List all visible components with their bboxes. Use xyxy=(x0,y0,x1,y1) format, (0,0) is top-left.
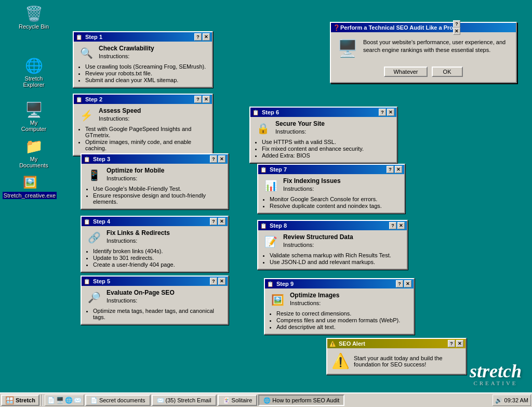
step4-close-btn[interactable]: ✕ xyxy=(218,218,225,225)
step7-titlebar[interactable]: 📋 Step 7 ? ✕ xyxy=(258,165,404,174)
step4-help-btn[interactable]: ? xyxy=(210,218,217,225)
step2-help-btn[interactable]: ? xyxy=(194,96,202,103)
step7-bullets: Monitor Google Search Console for errors… xyxy=(262,196,400,209)
step2-bullet-2: Optimize images, minify code, and enable… xyxy=(85,139,208,151)
step5-help-btn[interactable]: ? xyxy=(210,278,217,285)
step1-bullets: Use crawling tools (Screaming Frog, SEMr… xyxy=(78,63,208,83)
step8-close-btn[interactable]: ✕ xyxy=(397,222,405,229)
step5-title: Step 5 xyxy=(93,278,210,284)
step5-titlebar[interactable]: 📋 Step 5 ? ✕ xyxy=(82,277,228,286)
taskbar-item-stretch-email[interactable]: ✉️ (35) Stretch Email xyxy=(152,395,217,406)
step3-window: 📋 Step 3 ? ✕ 📱 Optimize for Mobile Instr… xyxy=(81,153,229,209)
step2-bullets: Test with Google PageSpeed Insights and … xyxy=(78,126,208,151)
ok-button[interactable]: OK xyxy=(432,67,463,77)
taskbar-quick-launch: 📄 🖥️ 🌐 ✉️ xyxy=(45,395,84,406)
quick-launch-4[interactable]: ✉️ xyxy=(74,397,82,404)
step7-icon: 📊 xyxy=(262,177,279,194)
step3-help-btn[interactable]: ? xyxy=(210,155,217,163)
step8-icon: 📝 xyxy=(262,233,279,250)
step1-close-btn[interactable]: ✕ xyxy=(203,33,210,41)
my-documents-label: My Documents xyxy=(16,155,52,169)
taskbar-item-solitaire[interactable]: 🃏 Solitaire xyxy=(218,395,258,406)
step1-title-icon: 📋 xyxy=(76,33,83,41)
taskbar-item-secret-docs[interactable]: 📄 Secret documents xyxy=(85,395,151,406)
step9-window: 📋 Step 9 ? ✕ 🖼️ Optimize Images Instruct… xyxy=(264,278,415,335)
dialog-help-btn[interactable]: ? xyxy=(453,20,460,28)
stretch-explorer-icon[interactable]: 🌐 Stretch Explorer xyxy=(16,57,52,88)
taskbar-item-seo-audit[interactable]: 🌐 How to perform SEO Audit xyxy=(258,395,344,406)
step7-bullet-2: Resolve duplicate content and noindex ta… xyxy=(270,203,400,209)
step5-bullet-1: Optimize meta tags, header tags, and can… xyxy=(93,308,223,320)
step4-titlebar[interactable]: 📋 Step 4 ? ✕ xyxy=(82,217,228,226)
quick-launch-2[interactable]: 🖥️ xyxy=(56,397,64,404)
seo-alert-title-icon: ⚠️ xyxy=(329,340,337,347)
taskbar: 🪟 Stretch 📄 🖥️ 🌐 ✉️ 📄 Secret documents ✉… xyxy=(0,392,532,407)
step7-title: Step 7 xyxy=(270,166,387,173)
secret-docs-icon: 📄 xyxy=(90,397,98,404)
step2-instructions: Instructions: xyxy=(99,115,141,122)
quick-launch-1[interactable]: 📄 xyxy=(47,397,55,404)
step9-help-btn[interactable]: ? xyxy=(396,280,403,287)
step1-help-btn[interactable]: ? xyxy=(194,33,202,41)
step4-bullet-2: Update to 301 redirects. xyxy=(93,255,223,261)
step4-bullets: Identify broken links (404s). Update to … xyxy=(86,248,223,268)
step5-icon: 🔎 xyxy=(86,289,102,306)
step4-title: Step 4 xyxy=(93,218,210,225)
seo-alert-help-btn[interactable]: ? xyxy=(448,340,455,347)
step9-instructions: Instructions: xyxy=(290,300,339,306)
seo-alert-titlebar[interactable]: ⚠️ SEO Alert ? ✕ xyxy=(327,339,466,348)
step6-help-btn[interactable]: ? xyxy=(379,109,386,116)
creative-sub: CREATIVE xyxy=(470,380,522,386)
seo-audit-icon: 🌐 xyxy=(263,397,271,404)
stretch-creative-icon[interactable]: 🖼️ Stretch_creative.exe xyxy=(11,174,48,199)
my-documents-icon[interactable]: 📁 My Documents xyxy=(16,138,52,169)
step2-close-btn[interactable]: ✕ xyxy=(203,96,210,103)
step3-instructions: Instructions: xyxy=(107,175,164,181)
step8-titlebar[interactable]: 📋 Step 8 ? ✕ xyxy=(258,221,407,230)
step3-titlebar[interactable]: 📋 Step 3 ? ✕ xyxy=(82,154,228,164)
main-dialog-titlebar[interactable]: ❓ Perform a Technical SEO Audit Like a P… xyxy=(331,23,516,32)
step7-close-btn[interactable]: ✕ xyxy=(395,166,402,173)
step9-icon: 🖼️ xyxy=(269,292,286,308)
quick-launch-3[interactable]: 🌐 xyxy=(65,397,73,404)
step1-titlebar[interactable]: 📋 Step 1 ? ✕ xyxy=(74,32,212,42)
step5-title-icon: 📋 xyxy=(84,278,91,285)
step2-titlebar[interactable]: 📋 Step 2 ? ✕ xyxy=(74,95,212,104)
step2-title: Step 2 xyxy=(85,96,194,102)
step7-window: 📋 Step 7 ? ✕ 📊 Fix Indexing Issues Instr… xyxy=(257,164,405,214)
step5-step-title: Evaluate On-Page SEO xyxy=(107,289,175,296)
seo-alert-close-btn[interactable]: ✕ xyxy=(456,340,463,347)
step4-bullet-3: Create a user-friendly 404 page. xyxy=(93,261,223,268)
step3-bullets: Use Google's Mobile-Friendly Test. Ensur… xyxy=(86,186,223,205)
step9-titlebar[interactable]: 📋 Step 9 ? ✕ xyxy=(265,279,414,288)
step1-icon: 🔍 xyxy=(78,45,95,61)
step6-close-btn[interactable]: ✕ xyxy=(387,109,394,116)
step8-help-btn[interactable]: ? xyxy=(389,222,396,229)
recycle-bin-icon[interactable]: 🗑️ Recycle Bin xyxy=(16,5,52,30)
step6-titlebar[interactable]: 📋 Step 6 ? ✕ xyxy=(250,108,396,117)
step6-icon: 🔒 xyxy=(255,120,271,137)
start-button[interactable]: 🪟 Stretch xyxy=(1,395,39,406)
step9-step-title: Optimize Images xyxy=(290,292,339,299)
step8-title: Step 8 xyxy=(270,222,389,229)
step4-window: 📋 Step 4 ? ✕ 🔗 Fix Links & Redirects Ins… xyxy=(81,216,229,272)
step3-close-btn[interactable]: ✕ xyxy=(218,155,225,163)
step1-window: 📋 Step 1 ? ✕ 🔍 Check Crawlability Instru… xyxy=(73,31,213,88)
step6-bullet-3: Added Extra: BIOS xyxy=(262,152,392,159)
step3-bullet-2: Ensure responsive design and touch-frien… xyxy=(93,192,223,205)
step5-close-btn[interactable]: ✕ xyxy=(218,278,225,285)
my-computer-icon[interactable]: 🖥️ My Computer xyxy=(16,101,52,133)
start-windows-icon: 🪟 xyxy=(5,396,14,404)
whatever-button[interactable]: Whatever xyxy=(384,67,427,77)
step1-instructions: Instructions: xyxy=(99,53,154,59)
step6-bullets: Use HTTPS with a valid SSL. Fix mixed co… xyxy=(255,139,392,159)
dialog-close-btn[interactable]: ✕ xyxy=(453,28,460,35)
step9-close-btn[interactable]: ✕ xyxy=(404,280,411,287)
taskbar-items: 📄 Secret documents ✉️ (35) Stretch Email… xyxy=(85,395,491,406)
step3-title-icon: 📋 xyxy=(84,155,91,163)
step9-title-icon: 📋 xyxy=(267,280,274,287)
step3-icon: 📱 xyxy=(86,167,102,183)
step7-help-btn[interactable]: ? xyxy=(387,166,394,173)
stretch-explorer-label: Stretch Explorer xyxy=(16,75,52,88)
step4-bullet-1: Identify broken links (404s). xyxy=(93,248,223,254)
